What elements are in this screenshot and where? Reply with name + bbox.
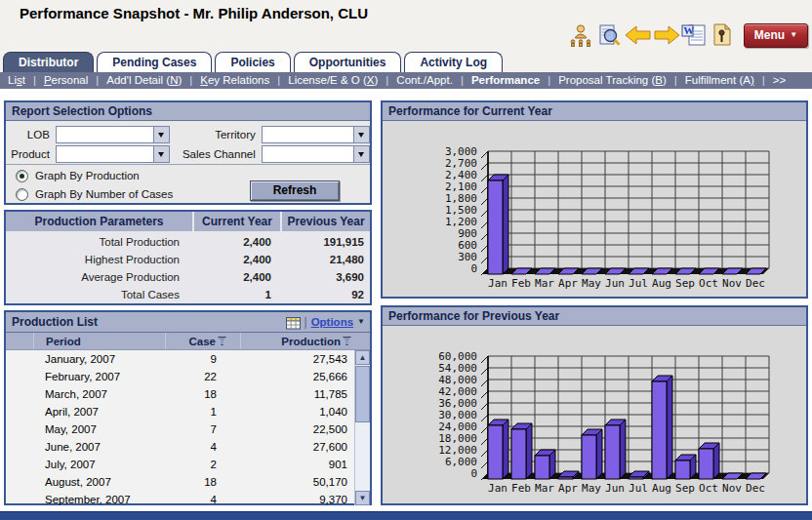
list-item[interactable]: June, 2007427,600 (6, 438, 370, 456)
table-view-icon[interactable] (286, 316, 301, 329)
options-dropdown-arrow-icon[interactable]: ▼ (357, 312, 365, 332)
bar-side-face (503, 175, 508, 274)
filter-funnel-icon[interactable] (343, 337, 351, 345)
list-item[interactable]: July, 20072901 (6, 456, 370, 473)
tab-distributor[interactable]: Distributor (3, 52, 94, 72)
current-year-chart-title: Performance for Current Year (383, 102, 806, 121)
forward-arrow-icon[interactable] (653, 23, 678, 47)
table-row: Highest Production2,40021,480 (6, 251, 370, 268)
x-tick-label: Oct (699, 482, 718, 495)
x-tick-label: Apr (558, 277, 578, 290)
list-item[interactable]: January, 2007927,543 (6, 350, 370, 368)
tab-pending-cases[interactable]: Pending Cases (97, 52, 212, 72)
list-item[interactable]: February, 20072225,666 (6, 368, 370, 385)
current-year-chart: 3,0002,7002,4002,1001,8001,5001,20090060… (383, 121, 806, 298)
options-link[interactable]: Options (311, 312, 353, 332)
axis-hatch (481, 368, 488, 375)
product-dropdown[interactable] (56, 145, 170, 163)
scrollbar-up-arrow[interactable]: ▲ (355, 350, 370, 365)
sales-channel-dropdown[interactable] (262, 145, 370, 163)
production-cell: 50,170 (240, 476, 355, 488)
bar-Oct (699, 449, 713, 479)
subnav-item-license-e-o-x[interactable]: License/E & O (X) (286, 74, 380, 86)
previous-year-chart-panel: Performance for Previous Year 60,00054,0… (381, 305, 808, 505)
production-column-header[interactable]: Production (240, 333, 355, 349)
previous-year-value: 3,690 (281, 268, 370, 286)
subnav-item-list[interactable]: List (6, 74, 27, 86)
tab-opportunities[interactable]: Opportunities (294, 52, 402, 72)
production-cell: 9,370 (240, 494, 355, 505)
period-cell: September, 2007 (33, 494, 165, 505)
sales-channel-label: Sales Channel (170, 148, 262, 160)
tab-bar: DistributorPending CasesPoliciesOpportun… (0, 51, 812, 72)
production-list-panel: Production List | Options ▼ (4, 310, 372, 505)
list-item[interactable]: May, 2007722,500 (6, 420, 370, 438)
attach-document-icon[interactable] (710, 23, 735, 47)
list-item[interactable]: April, 200711,040 (6, 403, 370, 420)
case-cell: 2 (165, 459, 240, 470)
graph-by-production-radio[interactable] (16, 170, 28, 182)
subnav-item-key-relations[interactable]: Key Relations (198, 74, 271, 86)
bar-side-face (713, 443, 719, 479)
dropdown-arrow-icon[interactable] (153, 146, 169, 162)
subnav-item-add-l-detail-n[interactable]: Add'l Detail (N) (104, 74, 183, 86)
scrollbar-thumb[interactable] (355, 366, 370, 422)
subnav-item-proposal-tracking-b[interactable]: Proposal Tracking (B) (556, 74, 669, 86)
production-list-column-headers: PeriodCaseProduction (6, 333, 370, 350)
report-filters: LOBTerritoryProductSales Channel (6, 121, 370, 165)
table-row: Average Production2,4003,690 (6, 268, 370, 286)
dropdown-arrow-icon[interactable] (353, 127, 369, 142)
subnav-item-[interactable]: >> (771, 74, 788, 86)
refresh-button[interactable]: Refresh (250, 180, 340, 201)
axis-hatch (481, 380, 488, 386)
axis-hatch (481, 245, 488, 252)
bar-May (582, 435, 596, 479)
y-tick-label: 0 (470, 467, 477, 480)
filter-funnel-icon[interactable] (218, 337, 226, 345)
axis-hatch (481, 163, 488, 170)
period-column-header[interactable]: Period (33, 333, 165, 349)
org-chart-icon[interactable] (568, 23, 593, 47)
word-export-icon[interactable]: W (681, 23, 707, 47)
production-parameters-table: Production ParametersCurrent YearPreviou… (6, 212, 370, 303)
production-list-scrollbar[interactable]: ▲ ▼ (354, 350, 370, 505)
subnav-item-cont-appt[interactable]: Cont./Appt. (394, 74, 455, 86)
subnav-bar: List|Personal|Add'l Detail (N)|Key Relat… (0, 72, 812, 89)
previous-year-chart: 60,00054,00048,00042,00036,00030,00024,0… (383, 326, 806, 502)
previous-year-value: 21,480 (281, 251, 370, 268)
dropdown-arrow-icon[interactable] (353, 146, 369, 162)
x-tick-label: Sep (675, 482, 695, 495)
radio-label: Graph By Production (35, 170, 140, 181)
bar-Mar (535, 456, 549, 479)
back-arrow-icon[interactable] (625, 23, 650, 47)
menu-button[interactable]: Menu ▼ (744, 23, 808, 48)
lob-dropdown[interactable] (56, 126, 170, 143)
case-cell: 4 (165, 441, 240, 453)
x-tick-label: May (582, 277, 601, 290)
list-item[interactable]: August, 20071850,170 (6, 473, 370, 491)
axis-hatch (481, 438, 488, 445)
bar-side-face (549, 450, 555, 479)
subnav-item-personal[interactable]: Personal (42, 74, 90, 86)
x-tick-label: Jul (629, 277, 648, 290)
graph-by-number-of-cases-radio[interactable] (16, 188, 28, 201)
case-cell: 18 (165, 388, 240, 400)
territory-dropdown[interactable] (262, 126, 370, 143)
options-separator: | (304, 312, 307, 332)
subnav-separator: | (271, 74, 286, 86)
list-item[interactable]: September, 200749,370 (6, 491, 370, 508)
dropdown-arrow-icon[interactable] (153, 127, 169, 142)
tab-activity-log[interactable]: Activity Log (404, 52, 503, 72)
parameter-label: Total Cases (6, 286, 193, 303)
list-item[interactable]: March, 20071811,785 (6, 385, 370, 403)
subnav-item-performance[interactable]: Performance (469, 74, 542, 86)
period-cell: July, 2007 (33, 459, 165, 470)
bar-Apr (558, 477, 573, 479)
tab-policies[interactable]: Policies (215, 52, 290, 72)
subnav-item-fulfillment-a[interactable]: Fulfillment (A) (683, 74, 756, 86)
toolbar: W Menu ▼ (568, 22, 808, 48)
scrollbar-down-arrow[interactable]: ▼ (355, 491, 370, 505)
case-column-header[interactable]: Case (165, 333, 240, 349)
search-icon[interactable] (596, 23, 622, 47)
x-tick-label: Mar (535, 277, 554, 290)
